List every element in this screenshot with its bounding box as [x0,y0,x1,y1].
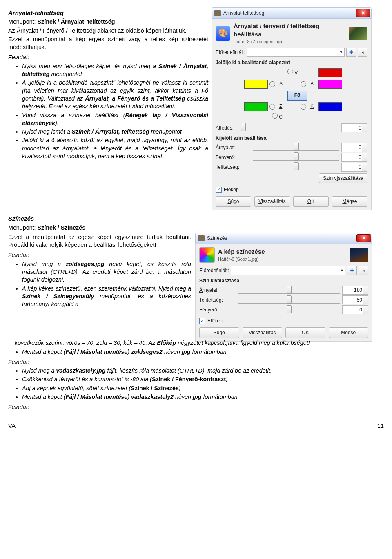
pick-color-heading: Jelölje ki a beállítandó alapszínt [216,59,368,66]
preview-checkbox[interactable]: ✓ [199,318,205,324]
menuline-prefix: Menüpont: [8,224,38,231]
overlap-value[interactable]: 0 [341,123,368,132]
menuline-prefix: Menüpont: [8,18,38,25]
radio-s[interactable] [270,81,275,87]
hue-slider[interactable] [253,144,339,151]
radio-v[interactable] [287,69,293,74]
dialog-icon [199,247,215,263]
saturation-value[interactable]: 0 [341,163,368,172]
dialog-header: 🎨 Árnyalat / fényerő / telítettség beáll… [216,22,368,45]
footer-left: VA [8,422,16,430]
preset-menu-button[interactable]: ◂ [359,266,368,275]
text: Adj a képnek egyöntetű, sötét színezetet… [22,385,131,391]
text-bold: jpg [182,349,190,355]
radio-k[interactable] [301,104,306,110]
window-title: Árnyalat-telítettség [223,10,264,16]
text-bold: vadaszkastely2 [131,394,174,400]
thumbnail [350,248,368,262]
letter-v: V [294,70,298,76]
swatch-magenta[interactable] [318,80,342,89]
feladat-2b: Feladat: [8,358,384,366]
text: ) [179,385,181,391]
titlebar[interactable]: Árnyalat-telítettség ✕ [212,7,372,19]
list-item: Nyisd meg a zoldseges.jpg nevű képet, és… [22,260,191,284]
selected-color-heading: Kijelölt szín beállítása [216,135,368,141]
ok-button[interactable]: OK [293,196,329,207]
colorize-dialog: Színezés ✕ A kép színezése Háttér-6 (Sot… [195,233,372,342]
section1-title: Árnyalat-telítettség [8,9,208,17]
task-list-2b: Nyisd meg a vadaszkastely.jpg fájlt, kés… [8,367,384,401]
text: formátumban. [202,394,239,400]
reset-color-button[interactable]: Szín visszaállítása [319,173,368,183]
brightness-value[interactable]: 0 [342,305,368,314]
chevron-left-icon: ◂ [362,50,364,55]
brightness-value[interactable]: 0 [341,153,368,162]
hue-value[interactable]: 180 [342,286,368,295]
titlebar[interactable]: Színezés ✕ [195,233,372,244]
hue-slider[interactable] [238,287,340,294]
help-button[interactable]: Súgó [199,327,239,338]
preview-checkbox[interactable]: ✓ [216,187,222,193]
radio-b[interactable] [301,81,306,87]
radio-z[interactable] [270,104,275,110]
letter-c: C [279,114,283,120]
menuline-bold: Színek / Árnyalat, telítettség [38,18,115,25]
section2-title: Színezés [8,215,384,223]
text: Mentsd a képet ( [22,349,66,355]
list-item: Mentsd a képet (Fájl / Másolat mentése) … [22,348,384,356]
dialog-icon: 🎨 [216,26,230,41]
feladat-1: Feladat: [8,54,208,61]
cancel-button[interactable]: Mégse [332,196,368,207]
swatch-yellow[interactable] [244,80,268,89]
text: menüpontot [149,128,182,135]
fo-button[interactable]: Fő [287,91,307,101]
thumbnail [349,27,368,40]
text-bold: jpg [193,394,201,400]
text: néven [174,394,193,400]
brightness-slider[interactable] [238,306,340,313]
reset-button[interactable]: Visszaállítás [243,327,283,338]
saturation-slider[interactable] [253,163,339,170]
list-item: A „jelölje ki a beállítandó alapszínt” l… [22,79,208,110]
swatch-blue[interactable] [318,102,342,111]
hue-sat-dialog: Árnyalat-telítettség ✕ 🎨 Árnyalat / fény… [212,7,372,210]
letter-s: S [279,80,287,87]
text: ) [127,349,131,355]
text: Nyisd meg ismét a [22,128,72,135]
section1-menuline: Menüpont: Színek / Árnyalat, telítettség [8,18,208,26]
text: ) [226,376,228,382]
chevron-down-icon: ▼ [339,50,343,55]
color-select-heading: Szín kiválasztása [199,277,368,284]
saturation-label: Telítettség: [199,297,238,303]
text-bold: Színek / Színezés [131,385,179,391]
text: ). [55,120,59,126]
para-1a: Az Árnyalat / Fényerő / Telítettség abla… [8,27,208,35]
overlap-slider[interactable] [240,124,339,131]
preset-add-button[interactable]: ✚ [346,48,356,57]
hue-value[interactable]: 0 [341,143,368,152]
section2-menuline: Menüpont: Színek / Színezés [8,224,384,232]
swatch-green[interactable] [244,102,268,111]
help-button[interactable]: Súgó [216,196,251,207]
ok-button[interactable]: OK [285,327,325,338]
list-item: Nyisd meg a vadaszkastely.jpg fájlt, kés… [22,367,384,375]
presets-dropdown[interactable]: ▼ [247,48,345,57]
cancel-button[interactable]: Mégse [329,327,369,338]
preset-menu-button[interactable]: ◂ [358,48,368,57]
task-list-2a: Nyisd meg a zoldseges.jpg nevű képet, és… [8,260,191,309]
saturation-value[interactable]: 50 [342,295,368,304]
task-list-1: Nyiss meg egy tetszőleges képet, és nyis… [8,63,208,161]
list-item: Csökkentsd a fényerőt és a kontrasztot i… [22,376,384,383]
presets-dropdown[interactable]: ▼ [231,266,345,275]
dialog-subtitle: Háttér-8 (Zoldseges.jpg) [234,39,345,45]
saturation-slider[interactable] [238,297,340,304]
close-icon[interactable]: ✕ [356,234,371,242]
preset-add-button[interactable]: ✚ [347,266,357,275]
saturation-label: Telítettség: [216,164,253,170]
presets-label: Előredefiniált: [199,267,229,274]
reset-button[interactable]: Visszaállítás [254,196,290,207]
radio-c[interactable] [272,113,278,119]
swatch-red[interactable] [318,68,342,77]
close-icon[interactable]: ✕ [356,9,370,17]
brightness-slider[interactable] [253,154,339,161]
